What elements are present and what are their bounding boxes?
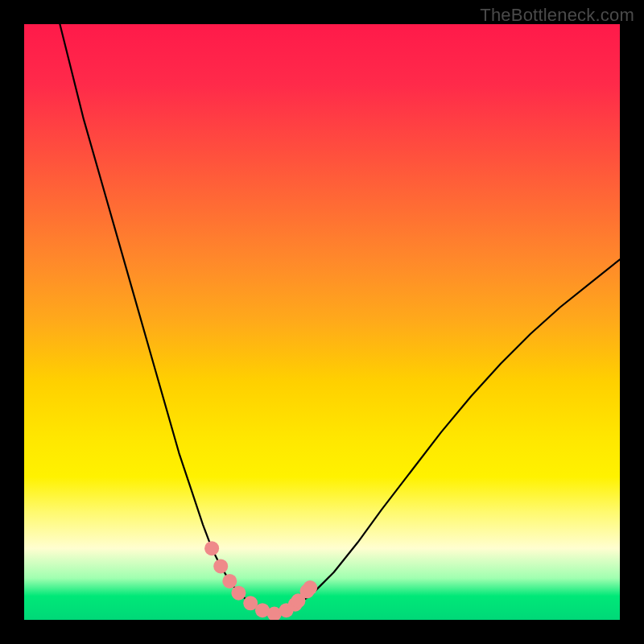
- watermark-text: TheBottleneck.com: [480, 5, 634, 26]
- plot-area: [24, 24, 620, 620]
- chart-frame: TheBottleneck.com: [0, 0, 644, 644]
